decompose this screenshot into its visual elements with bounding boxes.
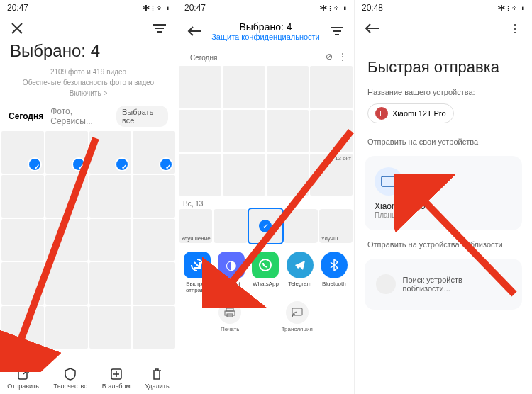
thumbnail[interactable] (89, 175, 132, 218)
thumbnail[interactable] (133, 131, 175, 174)
xiaomi-share-button[interactable]: ◑ Xiaomi Share (215, 252, 248, 294)
device-name-chip[interactable]: Г Xiaomi 12T Pro (367, 103, 454, 123)
target-device[interactable]: Xiaomi Pad 6 Планшет (375, 167, 512, 219)
delete-label: Удалить (145, 383, 169, 390)
thumbnail[interactable] (133, 175, 175, 218)
telegram-button[interactable]: Telegram (284, 252, 316, 294)
thumbnail[interactable] (133, 219, 175, 261)
to-album-label: В альбом (102, 383, 131, 390)
secondary-actions-row: Печать Трансляция (177, 298, 354, 338)
thumbnail[interactable] (179, 110, 221, 152)
strip-thumbnail[interactable] (284, 209, 317, 243)
cast-button[interactable]: Трансляция (282, 301, 313, 332)
back-icon[interactable] (186, 23, 203, 40)
check-icon[interactable]: ⊘ (326, 52, 333, 62)
bluetooth-icon (321, 252, 348, 278)
more-icon[interactable]: ⋮ (338, 52, 347, 62)
share-targets-row: Быстрая отправ... ◑ Xiaomi Share WhatsAp… (177, 243, 354, 298)
nearby-share-label: Быстрая отправ... (181, 281, 214, 294)
thumbnail[interactable] (1, 306, 44, 349)
status-bar: 20:47 ✱ ⋮ ᯤ ▮ (177, 0, 354, 16)
gallery-selection-panel: 20:47 ✱ ⋮ ᯤ ▮ Выбрано: 4 2109 фото и 419… (0, 0, 177, 394)
strip-thumbnail-selected[interactable]: ✓ (249, 209, 282, 243)
selection-count: Выбрано: 4 (211, 21, 320, 33)
tab-photos[interactable]: Фото, Сервисы... (50, 106, 109, 126)
bluetooth-button[interactable]: Bluetooth (318, 252, 350, 294)
svg-rect-9 (382, 176, 396, 186)
thumbnail[interactable] (223, 154, 265, 196)
thumbnail[interactable] (223, 110, 265, 152)
trash-icon (150, 367, 164, 381)
thumbnail[interactable] (89, 262, 132, 305)
nearby-devices-card: Поиск устройств поблизости... (365, 259, 522, 310)
thumbnail[interactable] (45, 219, 88, 261)
whatsapp-icon (252, 252, 279, 278)
thumbnail[interactable] (179, 154, 221, 196)
close-icon[interactable] (9, 20, 26, 37)
xiaomi-share-label: Xiaomi Share (215, 281, 248, 294)
cast-label: Трансляция (282, 326, 313, 332)
own-devices-card: Xiaomi Pad 6 Планшет (365, 156, 522, 230)
filter-icon[interactable] (328, 23, 345, 40)
thumbnail[interactable] (1, 175, 44, 218)
to-album-button[interactable]: В альбом (102, 367, 131, 390)
thumbnail[interactable] (133, 262, 175, 305)
thumbnail[interactable] (179, 66, 221, 108)
whatsapp-button[interactable]: WhatsApp (249, 252, 282, 294)
page-title: Быстрая отправка (355, 41, 532, 84)
thumbnail[interactable] (133, 306, 175, 349)
target-type: Планшет (375, 211, 512, 219)
bluetooth-label: Bluetooth (322, 281, 346, 288)
thumbnail[interactable] (267, 154, 309, 196)
preview-grid: Вс, 13 окт (177, 66, 354, 196)
thumbnail[interactable] (223, 66, 265, 108)
thumbnail[interactable] (267, 110, 309, 152)
add-album-icon (109, 367, 123, 381)
thumbnail[interactable] (89, 131, 132, 174)
thumbnail[interactable] (89, 306, 132, 349)
thumbnail[interactable] (89, 219, 132, 261)
privacy-link[interactable]: Защита конфиденциальности (211, 33, 320, 41)
print-label: Печать (221, 326, 239, 332)
nearby-share-button[interactable]: Быстрая отправ... (181, 252, 214, 294)
thumbnail[interactable] (45, 262, 88, 305)
media-stats: 2109 фото и 419 видео (0, 67, 177, 77)
creativity-button[interactable]: Творчество (54, 367, 88, 390)
strip-thumbnail[interactable]: Улучшение (179, 209, 212, 243)
whatsapp-label: WhatsApp (253, 281, 279, 288)
thumbnail[interactable] (1, 131, 44, 174)
select-all-button[interactable]: Выбрать все (116, 106, 168, 127)
thumbnail[interactable] (1, 262, 44, 305)
thumbnail[interactable] (45, 175, 88, 218)
xiaomi-share-icon: ◑ (218, 252, 245, 278)
print-button[interactable]: Печать (218, 301, 241, 332)
date-label: Вс, 13 окт (310, 154, 353, 196)
send-button[interactable]: Отправить (7, 367, 39, 390)
nearby-share-panel: 20:48 ✱ ⋮ ᯤ ▮ ⋮ Быстрая отправка Названи… (355, 0, 532, 394)
svg-point-3 (260, 259, 271, 271)
thumbnail[interactable] (310, 66, 353, 108)
searching-row: Поиск устройств поблизости... (375, 270, 512, 298)
status-icons: ✱ ⋮ ᯤ ▮ (320, 4, 347, 12)
thumbnail[interactable] (45, 306, 88, 349)
telegram-label: Telegram (288, 281, 311, 288)
strip-thumbnail[interactable]: Улучш (319, 209, 353, 243)
target-name: Xiaomi Pad 6 (375, 201, 512, 211)
tab-today[interactable]: Сегодня (9, 111, 43, 121)
category-tabs: Сегодня Фото, Сервисы... Выбрать все (0, 98, 177, 131)
date-today: Сегодня (184, 50, 223, 63)
device-name-label: Название вашего устройства: (355, 84, 532, 101)
more-icon[interactable]: ⋮ (506, 20, 523, 37)
thumbnail[interactable] (267, 66, 309, 108)
status-bar: 20:48 ✱ ⋮ ᯤ ▮ (355, 0, 532, 16)
thumbnail[interactable] (45, 131, 88, 174)
security-hint[interactable]: Обеспечьте безопасность фото и видео Вкл… (0, 77, 177, 98)
thumbnail[interactable] (310, 110, 353, 152)
filter-icon[interactable] (151, 20, 168, 37)
delete-button[interactable]: Удалить (145, 367, 169, 390)
thumbnail[interactable] (1, 219, 44, 261)
back-icon[interactable] (363, 20, 380, 37)
tablet-icon (375, 167, 403, 196)
strip-thumbnail[interactable] (214, 209, 247, 243)
topbar: Выбрано: 4 Защита конфиденциальности (177, 16, 354, 47)
